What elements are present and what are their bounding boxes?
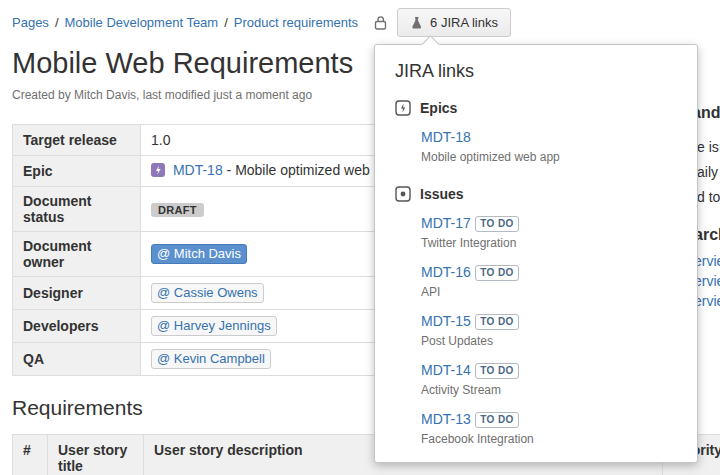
issue-summary: Activity Stream <box>421 383 677 397</box>
issue-status-badge: TO DO <box>475 265 518 281</box>
breadcrumb-link-parent[interactable]: Product requirements <box>234 15 358 30</box>
issue-status-badge: TO DO <box>475 363 518 379</box>
property-label: Document status <box>13 187 141 232</box>
breadcrumb-link-space[interactable]: Mobile Development Team <box>65 15 219 30</box>
issue-status-badge: TO DO <box>475 314 518 330</box>
epic-link-mdt-18[interactable]: MDT-18 <box>421 129 471 145</box>
list-item: MDT-14 TO DO Activity Stream <box>421 361 677 397</box>
epic-icon <box>151 164 169 180</box>
issue-status-badge: TO DO <box>475 412 518 428</box>
list-item: MDT-15 TO DO Post Updates <box>421 312 677 348</box>
issue-summary: Twitter Integration <box>421 236 677 250</box>
issue-summary: API <box>421 285 677 299</box>
jira-links-button-label: 6 JIRA links <box>430 15 498 30</box>
issues-section-header: Issues <box>395 186 677 202</box>
breadcrumb: Pages / Mobile Development Team / Produc… <box>0 0 720 37</box>
issue-link-mdt-13[interactable]: MDT-13 <box>421 411 471 427</box>
issue-link-mdt-16[interactable]: MDT-16 <box>421 264 471 280</box>
property-label: QA <box>13 343 141 376</box>
lock-icon[interactable] <box>374 15 387 30</box>
breadcrumb-separator: / <box>224 15 228 30</box>
popup-title: JIRA links <box>395 61 677 82</box>
epic-summary-text: - Mobile optimized web app <box>223 162 397 178</box>
list-item: MDT-13 TO DO Facebook Integration <box>421 410 677 446</box>
jira-links-button[interactable]: 6 JIRA links <box>397 8 511 37</box>
jira-icon <box>410 16 423 30</box>
draft-status-lozenge: DRAFT <box>151 203 204 217</box>
epics-section-label: Epics <box>420 100 457 116</box>
column-header-title: User story title <box>48 435 144 475</box>
breadcrumb-separator: / <box>55 15 59 30</box>
epics-section-header: Epics <box>395 100 677 116</box>
issue-link-mdt-17[interactable]: MDT-17 <box>421 215 471 231</box>
list-item: MDT-18 Mobile optimized web app <box>421 128 677 164</box>
epic-key-link[interactable]: MDT-18 <box>173 162 223 178</box>
breadcrumb-link-pages[interactable]: Pages <box>12 15 49 30</box>
epic-type-icon <box>395 100 411 116</box>
issue-summary: Facebook Integration <box>421 432 677 446</box>
right-column-text-fragment: d to ha <box>697 189 720 205</box>
right-column-text-fragment: e is on <box>697 139 720 155</box>
right-column-text-fragment: aily ba <box>697 164 720 180</box>
jira-links-popup: JIRA links Epics MDT-18 Mobile optimized… <box>374 44 698 463</box>
issues-section-label: Issues <box>420 186 464 202</box>
issue-link-mdt-14[interactable]: MDT-14 <box>421 362 471 378</box>
column-header-num: # <box>13 435 48 475</box>
property-label: Designer <box>13 277 141 310</box>
list-item: MDT-17 TO DO Twitter Integration <box>421 214 677 250</box>
issue-summary: Post Updates <box>421 334 677 348</box>
property-label: Target release <box>13 125 141 156</box>
mention-mitch-davis[interactable]: @ Mitch Davis <box>151 244 247 264</box>
property-label: Developers <box>13 310 141 343</box>
list-item: MDT-16 TO DO API <box>421 263 677 299</box>
issue-type-icon <box>395 186 411 202</box>
property-label: Epic <box>13 156 141 187</box>
mention-harvey-jennings[interactable]: @ Harvey Jennings <box>151 316 277 336</box>
epic-summary: Mobile optimized web app <box>421 150 677 164</box>
mention-cassie-owens[interactable]: @ Cassie Owens <box>151 283 264 303</box>
issue-link-mdt-15[interactable]: MDT-15 <box>421 313 471 329</box>
mention-kevin-campbell[interactable]: @ Kevin Campbell <box>151 349 271 369</box>
issue-status-badge: TO DO <box>475 216 518 232</box>
property-label: Document owner <box>13 232 141 277</box>
